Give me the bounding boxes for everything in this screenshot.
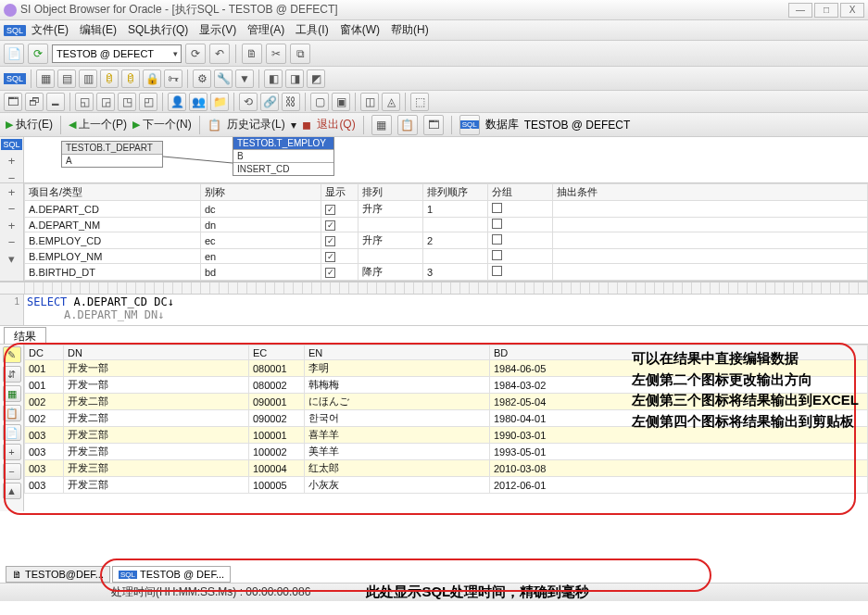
menu-window[interactable]: 窗体(W) xyxy=(340,22,380,38)
edit-mode-icon[interactable]: ✎ xyxy=(3,346,21,363)
connection-combo[interactable]: TESTOB @ DEFECT xyxy=(52,44,182,63)
col-header[interactable]: 分组 xyxy=(488,184,553,201)
db-icon[interactable]: 🛢 xyxy=(100,69,119,88)
table-row[interactable]: B.BIRTHD_DTbd✓降序3 xyxy=(25,264,868,281)
exec-dbicon[interactable]: SQL xyxy=(459,115,480,135)
col-header[interactable]: 排列 xyxy=(359,184,423,201)
col-header[interactable]: 抽出条件 xyxy=(553,184,868,201)
next-button[interactable]: ▶下一个(N) xyxy=(132,117,192,132)
link-icon[interactable]: 🔗 xyxy=(260,93,279,111)
table-row[interactable]: 003开发三部100005小灰灰2012-06-01 xyxy=(25,477,868,494)
view-icon[interactable]: ▤ xyxy=(57,69,76,88)
plus-icon[interactable]: + xyxy=(8,219,16,232)
table-icon[interactable]: ▦ xyxy=(36,69,55,88)
minimize-button[interactable]: — xyxy=(788,3,812,18)
replay-icon[interactable]: ⟲ xyxy=(239,93,258,111)
grid-icon[interactable]: ▥ xyxy=(79,69,97,88)
col-header[interactable]: DC xyxy=(25,345,64,360)
prev-button[interactable]: ◀上一个(P) xyxy=(69,117,127,132)
table-row[interactable]: 001开发一部080002韩梅梅1984-03-02 xyxy=(25,377,868,394)
exec-icon3[interactable]: 🗔 xyxy=(423,115,444,135)
col-header[interactable]: DN xyxy=(64,345,249,360)
menu-file[interactable]: 文件(E) xyxy=(31,22,69,38)
filter-icon[interactable]: ▼ xyxy=(235,69,254,88)
table-row[interactable]: 003开发三部100001喜羊羊1990-03-01 xyxy=(25,427,868,444)
maximize-button[interactable]: □ xyxy=(814,3,838,18)
table-row[interactable]: 003开发三部100002美羊羊1993-05-01 xyxy=(25,444,868,460)
lock-icon[interactable]: 🔒 xyxy=(143,69,161,88)
close-button[interactable]: X xyxy=(840,3,864,18)
sql-editor[interactable]: 1 SELECT A.DEPART_CD DC↓ A.DEPART_NM DN↓ xyxy=(0,295,868,326)
menu-manage[interactable]: 管理(A) xyxy=(247,22,284,38)
gear-icon[interactable]: ⚙ xyxy=(193,69,211,88)
tool6-icon[interactable]: ◨ xyxy=(285,69,304,88)
export-excel-icon[interactable]: ▦ xyxy=(3,385,21,402)
exec-icon2[interactable]: 📋 xyxy=(397,115,418,135)
exec-icon1[interactable]: ▦ xyxy=(371,115,392,135)
undo-icon[interactable]: ↶ xyxy=(209,44,230,64)
results-grid[interactable]: DC DN EC EN BD 001开发一部080001李明1984-06-05… xyxy=(24,345,868,511)
key-icon[interactable]: 🗝 xyxy=(164,69,182,88)
copy-icon[interactable]: ⧉ xyxy=(290,44,310,64)
minus-icon[interactable]: − xyxy=(3,463,21,480)
col-header[interactable]: 显示 xyxy=(321,184,359,201)
table-box-employ[interactable]: TESTOB.T_EMPLOY B INSERT_CD xyxy=(233,137,334,176)
exit-button[interactable]: ◼ 退出(Q) xyxy=(302,117,356,132)
db2-icon[interactable]: 🛢 xyxy=(121,69,140,88)
col-header[interactable]: 排列顺序 xyxy=(423,184,488,201)
clipboard-icon[interactable]: 📋 xyxy=(3,405,21,421)
misc6-icon[interactable]: ◳ xyxy=(118,93,136,111)
table-row[interactable]: 002开发二部090001にほんご1982-05-04 xyxy=(25,394,868,410)
run-button[interactable]: ▶执行(E) xyxy=(6,117,53,132)
table-row[interactable]: A.DEPART_CDdc✓升序1 xyxy=(25,201,868,218)
menu-edit[interactable]: 编辑(E) xyxy=(80,22,117,38)
menu-view[interactable]: 显示(V) xyxy=(199,22,236,38)
doc-icon[interactable]: 🗎 xyxy=(242,44,262,64)
misc10-icon[interactable]: ◫ xyxy=(360,93,379,111)
plus-icon[interactable]: + xyxy=(3,444,21,460)
minus-icon[interactable]: − xyxy=(8,235,16,249)
col-header[interactable]: EN xyxy=(305,345,490,360)
menu-help[interactable]: 帮助(H) xyxy=(391,22,429,38)
table-row[interactable]: 002开发二部090002한국어1980-04-01 xyxy=(25,410,868,427)
history-button[interactable]: 📋 历史记录(L) ▾ xyxy=(208,117,296,132)
plus-icon[interactable]: + xyxy=(8,185,16,199)
new-doc-icon[interactable]: 📄 xyxy=(4,44,24,64)
db-combo[interactable]: TESTOB @ DEFECT xyxy=(524,119,728,132)
misc4-icon[interactable]: ◱ xyxy=(75,93,94,111)
table-row[interactable]: A.DEPART_NMdn✓ xyxy=(25,218,868,232)
misc11-icon[interactable]: ◬ xyxy=(382,93,400,111)
misc9-icon[interactable]: ▣ xyxy=(332,93,350,111)
chain-icon[interactable]: ⛓ xyxy=(282,93,300,111)
col-header[interactable]: BD xyxy=(490,345,868,360)
table-row[interactable]: B.EMPLOY_CDec✓升序2 xyxy=(25,232,868,249)
direction-icon[interactable]: ⇵ xyxy=(3,366,21,383)
wrench-icon[interactable]: 🔧 xyxy=(214,69,233,88)
cut-icon[interactable]: ✂ xyxy=(266,44,286,64)
bottom-tab[interactable]: SQLTESTOB @ DEF... xyxy=(112,566,231,583)
table-box-depart[interactable]: TESTOB.T_DEPART A xyxy=(61,141,163,168)
tool5-icon[interactable]: ◧ xyxy=(264,69,283,88)
tab-results[interactable]: 结果 xyxy=(4,327,46,344)
dropdown-icon[interactable]: ▾ xyxy=(8,252,15,266)
misc8-icon[interactable]: ▢ xyxy=(310,93,329,111)
user-icon[interactable]: 👤 xyxy=(168,93,186,111)
users-icon[interactable]: 👥 xyxy=(189,93,208,111)
refresh-green-icon[interactable]: ⟳ xyxy=(28,44,48,64)
col-header[interactable]: EC xyxy=(249,345,305,360)
misc7-icon[interactable]: ◰ xyxy=(139,93,157,111)
plus-icon[interactable]: + xyxy=(8,154,16,168)
misc5-icon[interactable]: ◲ xyxy=(96,93,115,111)
bottom-tab[interactable]: 🗎 TESTOB@DEF... xyxy=(6,566,110,583)
table-diagram[interactable]: TESTOB.T_DEPART A TESTOB.T_EMPLOY B INSE… xyxy=(24,137,868,182)
folder-icon[interactable]: 📁 xyxy=(210,93,229,111)
col-header[interactable]: 别称 xyxy=(201,184,321,201)
col-header[interactable]: 项目名/类型 xyxy=(25,184,201,201)
misc3-icon[interactable]: 🗕 xyxy=(46,93,65,111)
misc1-icon[interactable]: 🗔 xyxy=(4,93,22,111)
clipboard2-icon[interactable]: 📄 xyxy=(3,424,21,441)
misc2-icon[interactable]: 🗗 xyxy=(25,93,44,111)
table-row[interactable]: 003开发三部100004红太郎2010-03-08 xyxy=(25,460,868,477)
table-row[interactable]: 001开发一部080001李明1984-06-05 xyxy=(25,360,868,377)
tool7-icon[interactable]: ◩ xyxy=(307,69,325,88)
